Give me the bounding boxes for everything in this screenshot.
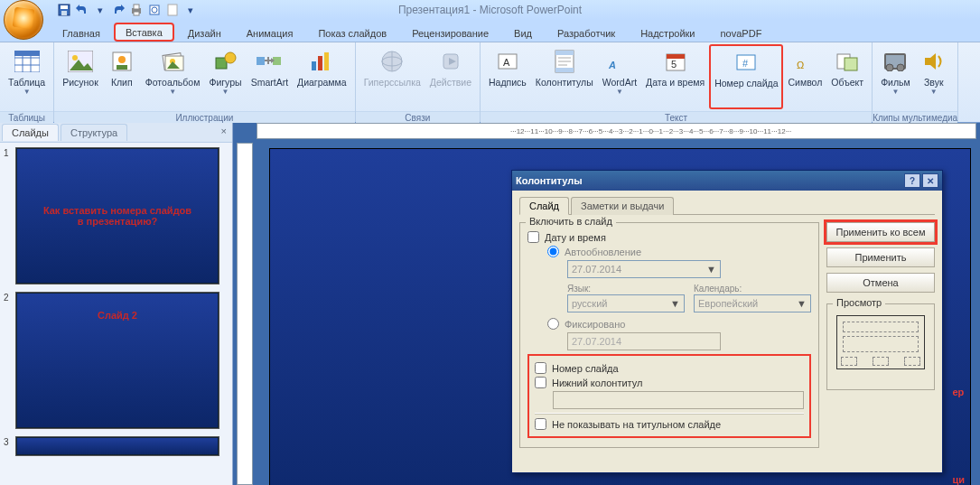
footer-checkbox[interactable]: Нижний колонтитул — [535, 377, 804, 388]
slide-thumbnail[interactable]: Слайд 2 — [16, 293, 219, 428]
vertical-ruler — [237, 143, 253, 485]
preview-slide-icon — [836, 315, 925, 369]
speaker-icon — [919, 47, 948, 76]
tab-novapdf[interactable]: novaPDF — [709, 23, 774, 42]
photoalbum-button[interactable]: Фотоальбом▼ — [141, 44, 205, 109]
undo-icon[interactable] — [74, 2, 90, 18]
app-title: Презентация1 - Microsoft PowerPoint — [398, 4, 582, 16]
svg-rect-4 — [134, 5, 139, 9]
movie-button[interactable]: Фильм▼ — [876, 44, 915, 109]
new-icon[interactable] — [164, 2, 181, 18]
tab-view[interactable]: Вид — [502, 23, 544, 42]
thumb-row[interactable]: 2 Слайд 2 — [4, 293, 229, 428]
smartart-button[interactable]: SmartArt — [247, 44, 293, 109]
language-select[interactable]: русский▼ — [567, 294, 685, 312]
svg-rect-25 — [257, 57, 265, 65]
fixed-date-input[interactable] — [567, 332, 721, 350]
print-icon[interactable] — [128, 2, 145, 18]
redo-icon[interactable] — [110, 2, 126, 18]
tab-slideshow[interactable]: Показ слайдов — [306, 23, 398, 42]
ribbon-tabs: Главная Вставка Дизайн Анимация Показ сл… — [0, 20, 980, 42]
svg-point-56 — [897, 64, 904, 71]
slidenumber-icon: # — [732, 48, 761, 77]
tab-animation[interactable]: Анимация — [235, 23, 305, 42]
preview-icon[interactable] — [146, 2, 163, 18]
calendar-icon: 5 — [661, 47, 690, 76]
action-button[interactable]: Действие — [425, 44, 476, 109]
shapes-button[interactable]: Фигуры▼ — [204, 44, 246, 109]
wordart-button[interactable]: AWordArt▼ — [598, 44, 641, 109]
textbox-button[interactable]: AНадпись — [484, 44, 531, 109]
footer-text-input[interactable] — [553, 391, 804, 409]
hyperlink-button[interactable]: Гиперссылка — [359, 44, 425, 109]
outline-tab[interactable]: Структура — [61, 124, 127, 141]
cancel-button[interactable]: Отмена — [826, 273, 935, 293]
film-icon — [881, 47, 910, 76]
object-button[interactable]: Объект — [826, 44, 868, 109]
slide-thumbnail[interactable]: Как вставить номера слайдов в презентаци… — [16, 148, 219, 284]
tab-review[interactable]: Рецензирование — [400, 23, 500, 42]
close-icon[interactable]: ✕ — [922, 173, 938, 188]
picture-button[interactable]: Рисунок — [58, 44, 103, 109]
save-icon[interactable] — [56, 2, 72, 18]
group-tables: Таблица▼ Таблицы — [0, 42, 54, 122]
chart-button[interactable]: Диаграмма — [293, 44, 351, 109]
quick-access-toolbar: ▾ ▾ — [56, 0, 199, 20]
close-panel-icon[interactable]: × — [221, 126, 227, 136]
svg-text:#: # — [742, 58, 749, 69]
dialog-titlebar[interactable]: Колонтитулы ? ✕ — [512, 171, 942, 191]
dialog-tab-notes[interactable]: Заметки и выдачи — [571, 197, 674, 215]
tab-addins[interactable]: Надстройки — [629, 23, 706, 42]
title-bar: ▾ ▾ Презентация1 - Microsoft PowerPoint — [0, 0, 980, 20]
qat-customize-icon[interactable]: ▾ — [182, 2, 199, 18]
tab-insert[interactable]: Вставка — [114, 23, 174, 42]
hide-on-title-checkbox[interactable]: Не показывать на титульном слайде — [535, 418, 804, 430]
slides-tab[interactable]: Слайды — [2, 124, 59, 141]
fixed-radio[interactable]: Фиксировано — [547, 318, 811, 330]
thumb-number: 2 — [4, 293, 13, 428]
datetime-button[interactable]: 5Дата и время — [641, 44, 709, 109]
office-button[interactable] — [4, 0, 43, 40]
dropdown-icon[interactable]: ▾ — [92, 2, 108, 18]
help-icon[interactable]: ? — [904, 173, 920, 188]
language-label: Язык: — [567, 284, 685, 294]
headerfooter-button[interactable]: Колонтитулы — [531, 44, 598, 109]
apply-all-button[interactable]: Применить ко всем — [826, 222, 935, 242]
svg-point-24 — [225, 52, 236, 63]
date-format-select[interactable]: 27.07.2014▼ — [567, 260, 721, 278]
svg-text:A: A — [608, 60, 616, 70]
slidenumber-button[interactable]: #Номер слайда — [709, 44, 783, 109]
clip-button[interactable]: Клип — [103, 44, 141, 109]
apply-button[interactable]: Применить — [826, 247, 935, 267]
slide-thumbnail[interactable] — [16, 437, 219, 455]
thumbnail-list[interactable]: 1 Как вставить номера слайдов в презента… — [0, 143, 232, 485]
thumb-row[interactable]: 3 — [4, 437, 229, 455]
calendar-select[interactable]: Европейский▼ — [694, 294, 811, 312]
symbol-button[interactable]: ΩСимвол — [783, 44, 826, 109]
tab-home[interactable]: Главная — [51, 23, 112, 42]
autoupdate-radio[interactable]: Автообновление — [547, 246, 811, 257]
slidenumber-checkbox[interactable]: Номер слайда — [535, 362, 804, 374]
tab-developer[interactable]: Разработчик — [546, 23, 627, 42]
include-fieldset: Включить в слайд Дату и время Автообновл… — [519, 222, 819, 448]
wordart-icon: A — [605, 47, 634, 76]
action-icon — [436, 47, 465, 76]
dialog-title: Колонтитулы — [516, 175, 583, 186]
svg-rect-40 — [555, 68, 574, 72]
thumb-row[interactable]: 1 Как вставить номера слайдов в презента… — [4, 148, 229, 284]
svg-text:Ω: Ω — [797, 60, 804, 70]
include-legend: Включить в слайд — [526, 216, 616, 227]
header-footer-dialog: Колонтитулы ? ✕ Слайд Заметки и выдачи В… — [511, 170, 943, 473]
svg-rect-8 — [168, 5, 177, 15]
tab-design[interactable]: Дизайн — [176, 23, 233, 42]
headerfooter-icon — [550, 47, 579, 76]
svg-point-55 — [886, 64, 893, 71]
svg-rect-14 — [14, 51, 40, 56]
table-button[interactable]: Таблица▼ — [4, 44, 50, 109]
datetime-checkbox[interactable]: Дату и время — [527, 231, 811, 243]
sound-button[interactable]: Звук▼ — [915, 44, 953, 109]
group-illustrations: Рисунок Клип Фотоальбом▼ Фигуры▼ SmartAr… — [54, 42, 355, 122]
omega-icon: Ω — [790, 47, 819, 76]
horizontal-ruler: ···12···11···10···9···8···7···6···5···4·… — [257, 123, 976, 139]
dialog-tab-slide[interactable]: Слайд — [519, 197, 569, 215]
